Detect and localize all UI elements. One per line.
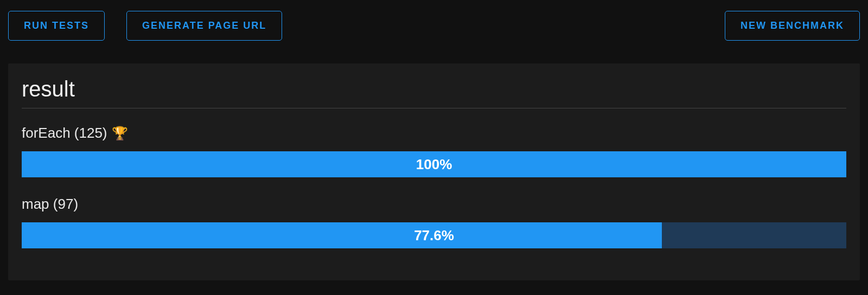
result-name: map (97) <box>22 196 78 213</box>
result-label: map (97) <box>22 196 846 213</box>
result-name: forEach (125) <box>22 125 107 142</box>
bar-percent-text: 100% <box>416 156 452 173</box>
trophy-icon: 🏆 <box>112 126 128 141</box>
run-tests-button[interactable]: RUN TESTS <box>8 11 105 41</box>
bar-track: 77.6% <box>22 222 846 248</box>
bar-percent-text: 77.6% <box>414 227 454 244</box>
bar-fill <box>22 222 662 248</box>
toolbar: RUN TESTS GENERATE PAGE URL NEW BENCHMAR… <box>8 11 860 41</box>
result-heading: result <box>22 77 846 108</box>
generate-page-url-button[interactable]: GENERATE PAGE URL <box>126 11 282 41</box>
result-item: map (97) 77.6% <box>22 196 846 248</box>
result-item: forEach (125) 🏆 100% <box>22 125 846 177</box>
result-label: forEach (125) 🏆 <box>22 125 846 142</box>
bar-track: 100% <box>22 151 846 177</box>
result-panel: result forEach (125) 🏆 100% map (97) 77.… <box>8 63 860 280</box>
new-benchmark-button[interactable]: NEW BENCHMARK <box>725 11 860 41</box>
